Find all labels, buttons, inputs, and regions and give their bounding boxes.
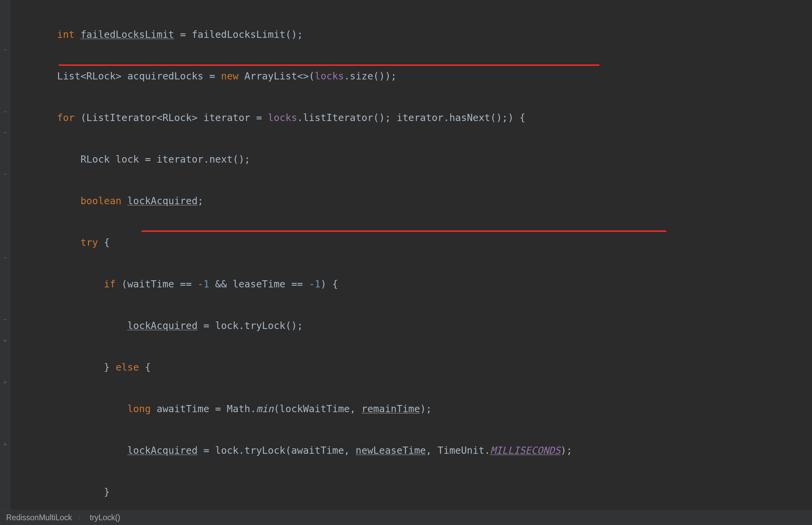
keyword: for bbox=[57, 112, 74, 123]
code-text: ArrayList<>( bbox=[238, 71, 315, 82]
code-line[interactable]: } bbox=[10, 482, 812, 502]
variable: remainTime bbox=[362, 403, 420, 415]
code-text: , TimeUnit. bbox=[426, 445, 490, 456]
code-text: = lock.tryLock(); bbox=[198, 320, 303, 331]
annotation-underline bbox=[59, 64, 599, 66]
code-text: = lock.tryLock(awaitTime, bbox=[198, 445, 356, 456]
code-text: = failedLocksLimit(); bbox=[174, 29, 303, 40]
fold-marker-icon[interactable]: − bbox=[2, 130, 8, 136]
field: locks bbox=[315, 71, 344, 82]
variable: lockAcquired bbox=[127, 445, 198, 456]
keyword: long bbox=[127, 403, 151, 415]
chevron-right-icon: 〉 bbox=[77, 513, 84, 522]
fold-marker-icon[interactable]: − bbox=[2, 109, 8, 115]
code-line[interactable]: try { bbox=[10, 232, 812, 253]
keyword: if bbox=[104, 279, 116, 290]
constant: MILLISECONDS bbox=[490, 445, 561, 456]
code-text: List<RLock> acquiredLocks = bbox=[57, 71, 221, 82]
code-text: awaitTime = Math. bbox=[151, 403, 256, 415]
fold-marker-icon[interactable]: + bbox=[2, 379, 8, 385]
code-text: } bbox=[104, 362, 116, 373]
variable: lockAcquired bbox=[127, 320, 198, 331]
code-line[interactable]: lockAcquired = lock.tryLock(awaitTime, n… bbox=[10, 440, 812, 461]
field: locks bbox=[268, 112, 297, 123]
fold-marker-icon[interactable]: − bbox=[2, 171, 8, 177]
breadcrumb[interactable]: RedissonMultiLock 〉 tryLock() bbox=[0, 510, 812, 525]
fold-marker-icon[interactable]: − bbox=[2, 47, 8, 53]
number: -1 bbox=[309, 279, 320, 290]
static-method: min bbox=[256, 403, 274, 415]
code-text: (waitTime == bbox=[116, 279, 198, 290]
keyword: else bbox=[116, 362, 139, 373]
keyword: boolean bbox=[81, 195, 127, 207]
keyword: int bbox=[57, 29, 81, 40]
keyword: new bbox=[221, 71, 238, 82]
annotation-underline bbox=[142, 230, 666, 232]
number: -1 bbox=[198, 279, 209, 290]
code-text: ); bbox=[561, 445, 572, 456]
code-text: (lockWaitTime, bbox=[274, 403, 361, 415]
code-editor[interactable]: − − − − − − + + + int failedLocksLimit =… bbox=[0, 0, 812, 525]
breadcrumb-method[interactable]: tryLock() bbox=[90, 513, 120, 522]
fold-marker-icon[interactable]: + bbox=[2, 338, 8, 344]
code-text: } bbox=[104, 486, 110, 498]
code-text: { bbox=[98, 237, 110, 248]
breadcrumb-class[interactable]: RedissonMultiLock bbox=[6, 513, 72, 522]
code-line[interactable]: List<RLock> acquiredLocks = new ArrayLis… bbox=[10, 66, 812, 87]
code-text: RLock lock = iterator.next(); bbox=[81, 154, 250, 165]
code-line[interactable]: long awaitTime = Math.min(lockWaitTime, … bbox=[10, 399, 812, 419]
keyword: try bbox=[81, 237, 98, 248]
variable: lockAcquired bbox=[127, 195, 198, 207]
code-text: ; bbox=[198, 195, 203, 207]
code-line[interactable]: } else { bbox=[10, 357, 812, 378]
gutter: − − − − − − + + + bbox=[0, 0, 10, 525]
code-text: ); bbox=[420, 403, 432, 415]
code-area[interactable]: int failedLocksLimit = failedLocksLimit(… bbox=[10, 0, 812, 510]
fold-marker-icon[interactable]: + bbox=[2, 441, 8, 447]
code-line[interactable]: lockAcquired = lock.tryLock(); bbox=[10, 315, 812, 336]
fold-marker-icon[interactable]: − bbox=[2, 255, 8, 261]
variable: newLeaseTime bbox=[356, 445, 426, 456]
code-line[interactable]: if (waitTime == -1 && leaseTime == -1) { bbox=[10, 274, 812, 295]
code-line[interactable]: for (ListIterator<RLock> iterator = lock… bbox=[10, 107, 812, 128]
code-text: .listIterator(); iterator.hasNext();) { bbox=[297, 112, 525, 123]
code-line[interactable]: int failedLocksLimit = failedLocksLimit(… bbox=[10, 24, 812, 45]
code-text: .size()); bbox=[344, 71, 396, 82]
code-text: { bbox=[139, 362, 151, 373]
code-text: && leaseTime == bbox=[209, 279, 309, 290]
code-line[interactable]: boolean lockAcquired; bbox=[10, 191, 812, 211]
fold-marker-icon[interactable]: − bbox=[2, 316, 8, 322]
code-line[interactable]: RLock lock = iterator.next(); bbox=[10, 149, 812, 170]
variable: failedLocksLimit bbox=[81, 29, 174, 40]
code-text: (ListIterator<RLock> iterator = bbox=[75, 112, 268, 123]
code-text: ) { bbox=[320, 279, 338, 290]
